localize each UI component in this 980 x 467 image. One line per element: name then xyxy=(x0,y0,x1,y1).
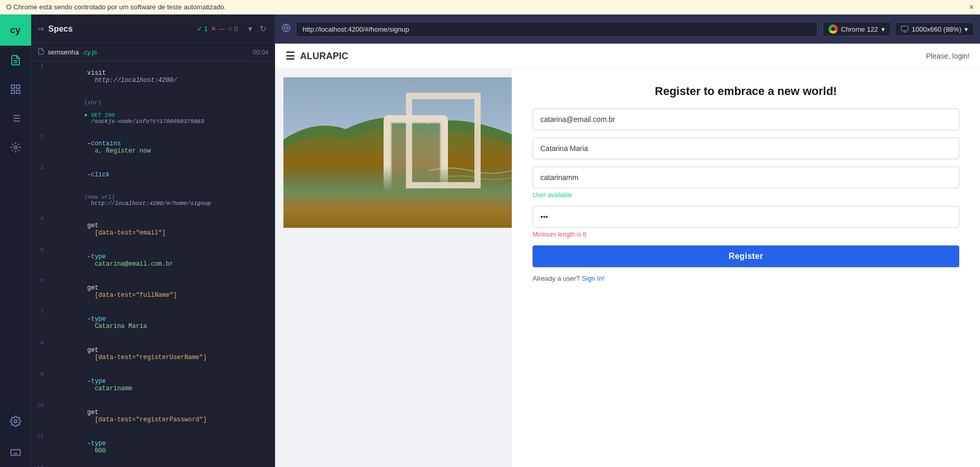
app-main-content: Register to embrace a new world! User av… xyxy=(275,69,980,467)
svg-rect-2 xyxy=(11,85,14,88)
code-line-newurl: (new url) http://localhost:4200/#/home/s… xyxy=(31,187,275,214)
hamburger-icon[interactable]: ☰ xyxy=(285,50,295,62)
code-line-12: 12 -contains button, Register xyxy=(31,463,275,467)
svg-rect-5 xyxy=(11,90,14,93)
viewport-icon xyxy=(901,25,909,33)
viewport-chevron: ▾ xyxy=(964,25,968,33)
url-bar[interactable]: http://localhost:4200/#/home/signup xyxy=(296,22,818,37)
pass-status: ✓ 1 xyxy=(197,25,208,33)
svg-rect-14 xyxy=(10,450,20,456)
file-info: semsenha.cy.js xyxy=(37,48,97,57)
keyboard-nav-icon xyxy=(10,447,21,458)
code-line-11: 11 -type 000 xyxy=(31,432,275,463)
app-header: ☰ ALURAPIC Please, login! xyxy=(275,44,980,69)
specs-nav-icon xyxy=(10,54,21,66)
refresh-button[interactable]: ↻ xyxy=(257,23,268,35)
password-helper: Mininum length is 8 xyxy=(533,231,959,238)
svg-rect-3 xyxy=(16,85,19,88)
cypress-logo[interactable]: cy xyxy=(0,15,31,46)
globe-icon xyxy=(281,23,291,35)
browser-toolbar: http://localhost:4200/#/home/signup Chro… xyxy=(275,15,980,44)
sidebar-item-runs[interactable] xyxy=(0,104,31,133)
browser-panel: http://localhost:4200/#/home/signup Chro… xyxy=(275,15,980,467)
hero-image xyxy=(283,77,512,228)
specs-title: Specs xyxy=(48,24,193,34)
automation-bar: O Chrome está sendo controlado por um so… xyxy=(0,0,980,15)
specs-icon: ⇒ xyxy=(37,24,44,34)
svg-rect-4 xyxy=(16,90,19,93)
runs-nav-icon xyxy=(10,113,21,124)
sidebar-item-debug[interactable] xyxy=(0,133,31,162)
sidebar-item-keyboard[interactable] xyxy=(0,438,31,467)
fullname-input[interactable] xyxy=(533,138,959,159)
chrome-selector[interactable]: Chrome 122 ▾ xyxy=(823,22,891,36)
hero-image-container xyxy=(283,77,512,459)
debug-nav-icon xyxy=(10,142,21,153)
please-login-link[interactable]: Please, login! xyxy=(926,52,970,60)
code-line-2: 2 -contains a, Register now xyxy=(31,132,275,163)
code-area[interactable]: 1 visit http://localhost:4200/ (xhr) ● G… xyxy=(31,61,275,467)
chrome-label: Chrome 122 xyxy=(841,25,878,33)
code-line-7: 7 -type Catarina Maria xyxy=(31,307,275,338)
browser-info: Chrome 122 ▾ 1000x660 (88%) ▾ xyxy=(823,22,974,36)
browser-content: ☰ ALURAPIC Please, login! xyxy=(275,44,980,467)
app-name: ALURAPIC xyxy=(300,51,348,62)
sidebar-item-explorer[interactable] xyxy=(0,75,31,104)
pending-status: ○ 0 xyxy=(228,25,238,33)
code-line-3: 3 -click xyxy=(31,163,275,187)
close-automation-bar[interactable]: × xyxy=(969,3,974,12)
register-title: Register to embrace a new world! xyxy=(533,85,959,98)
code-line-8: 8 get [data-test="registerUserName"] xyxy=(31,338,275,369)
check-icon: ✓ xyxy=(197,25,202,33)
register-button[interactable]: Register xyxy=(533,245,959,267)
code-line-9: 9 -type catarinamm xyxy=(31,369,275,401)
specs-header: ⇒ Specs ✓ 1 ✕ — ○ 0 ▾ ↻ xyxy=(31,15,275,44)
cross-icon: ✕ xyxy=(211,25,216,33)
username-helper: User available xyxy=(533,191,959,199)
svg-point-13 xyxy=(14,420,17,423)
sidebar-item-specs[interactable] xyxy=(0,46,31,75)
cypress-logo-text: cy xyxy=(10,25,20,36)
hero-svg xyxy=(283,77,512,228)
chrome-icon xyxy=(828,24,838,34)
code-line-visit: 1 visit http://localhost:4200/ xyxy=(31,61,275,92)
signin-prompt: Already a user? Sign In! xyxy=(533,274,959,282)
username-input[interactable] xyxy=(533,167,959,188)
code-line-5: 5 -type catarina@email.com.br xyxy=(31,245,275,276)
svg-point-12 xyxy=(14,146,17,149)
sidebar-item-settings[interactable] xyxy=(0,407,31,436)
test-status-bar: ✓ 1 ✕ — ○ 0 xyxy=(197,25,238,33)
svg-rect-23 xyxy=(391,122,441,190)
file-icon xyxy=(37,48,45,57)
header-actions: ▾ ↻ xyxy=(246,23,268,35)
password-input[interactable] xyxy=(533,206,959,228)
code-line-4: 4 get [data-test="email"] xyxy=(31,214,275,245)
expand-button[interactable]: ▾ xyxy=(246,23,254,35)
code-line-xhr1: (xhr) ● GET 200 /sockjs-node/info?t=1709… xyxy=(31,92,275,132)
file-time: 00:04 xyxy=(253,49,268,56)
code-line-6: 6 get [data-test="fullName"] xyxy=(31,276,275,307)
cypress-sidebar: cy xyxy=(0,15,31,467)
settings-nav-icon xyxy=(10,416,21,427)
email-input[interactable] xyxy=(533,108,959,130)
explorer-nav-icon xyxy=(10,84,21,95)
fail-status: ✕ — xyxy=(211,25,225,33)
file-header: semsenha.cy.js 00:04 xyxy=(31,44,275,61)
viewport-label: 1000x660 (88%) xyxy=(912,25,961,33)
app-logo: ☰ ALURAPIC xyxy=(285,50,348,62)
file-ext: .cy.js xyxy=(82,48,97,56)
file-name-main: semsenha xyxy=(48,48,79,56)
svg-rect-17 xyxy=(901,26,908,31)
chrome-chevron: ▾ xyxy=(881,25,885,33)
register-form-area: Register to embrace a new world! User av… xyxy=(512,69,980,467)
code-line-10: 10 get [data-test="registerPassword"] xyxy=(31,401,275,432)
signin-link[interactable]: Sign In! xyxy=(582,274,605,282)
viewport-selector[interactable]: 1000x660 (88%) ▾ xyxy=(895,22,974,36)
automation-message: O Chrome está sendo controlado por um so… xyxy=(6,3,226,11)
cypress-panel: ⇒ Specs ✓ 1 ✕ — ○ 0 ▾ ↻ xyxy=(31,15,275,467)
svg-point-24 xyxy=(402,184,425,215)
